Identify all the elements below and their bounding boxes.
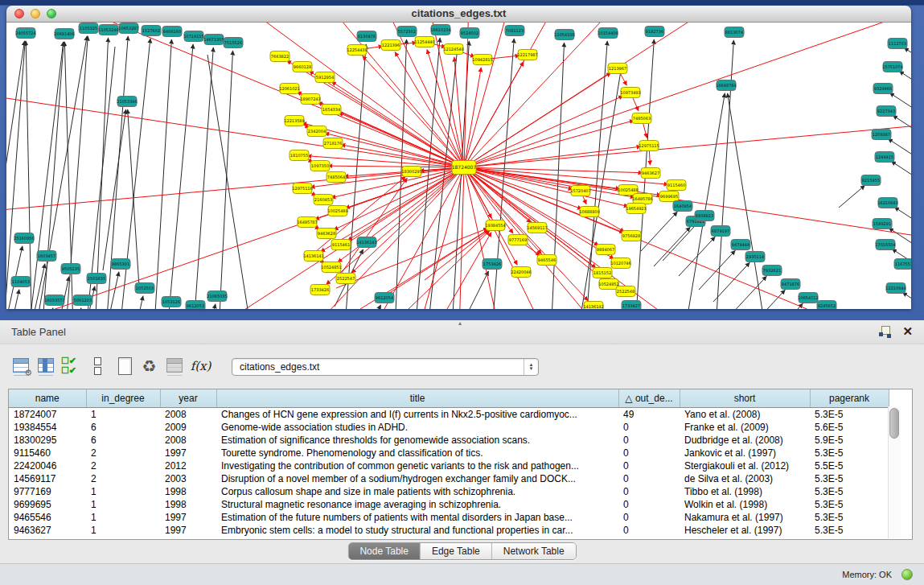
network-node[interactable]: 6879197 [711,226,730,237]
network-node[interactable]: 9756928 [622,231,641,241]
network-node[interactable]: 2522547 [336,274,355,284]
network-node[interactable]: 15751074 [882,62,902,72]
network-node[interactable]: 14136142 [583,302,603,310]
network-node[interactable]: 9865301 [111,259,130,270]
network-node[interactable]: 12061021 [279,84,299,94]
network-node[interactable]: 8130476 [357,31,376,42]
network-node[interactable]: 19654923 [626,204,646,214]
table-row[interactable]: 1938455462009Genome-wide association stu… [9,421,889,434]
network-node[interactable]: 16033577 [44,295,64,306]
zoom-window-button[interactable] [47,9,56,19]
network-node[interactable]: 2522548 [616,286,635,297]
network-node[interactable]: 10973493 [620,88,640,98]
network-node[interactable]: 8813074 [725,27,744,38]
table-row[interactable]: 1872400712008Changes of HCN gene express… [9,408,889,422]
network-node[interactable]: 12124549 [443,44,463,55]
float-panel-icon[interactable] [878,325,891,338]
network-node[interactable]: 18907243 [300,94,320,105]
network-node[interactable]: 1097350 [310,161,330,171]
network-node[interactable]: 1167553 [894,259,911,270]
network-node[interactable]: 10025489 [327,206,347,216]
network-node[interactable]: 1213967 [608,64,627,74]
network-node[interactable]: 10688809 [579,207,599,217]
network-node[interactable]: 18724007 [452,161,477,175]
network-node[interactable]: 2342004 [307,126,326,137]
network-node[interactable]: 10524851 [321,262,341,273]
network-node[interactable]: 10653287 [118,23,138,34]
network-node[interactable]: 12213589 [284,116,304,126]
network-node[interactable]: 2935114 [745,252,765,262]
network-node[interactable]: 2501635 [87,274,106,284]
network-node[interactable]: 1053126 [162,297,181,307]
function-builder-icon[interactable]: f(x) [190,356,211,377]
column-header-title[interactable]: title [216,389,618,408]
network-node[interactable]: 1221396 [381,40,400,51]
network-node[interactable]: 1104053 [11,277,31,287]
network-node[interactable]: 9474444 [731,240,750,250]
network-node[interactable]: 12254439 [347,45,367,56]
network-node[interactable]: 1209387 [872,130,891,140]
window-titlebar[interactable]: citations_edges.txt [6,6,911,23]
tab-edge-table[interactable]: Edge Table [420,543,491,559]
network-node[interactable]: 11054108 [554,30,574,40]
splitter-grip-icon[interactable]: ▴ [458,319,462,327]
column-header-name[interactable]: name [9,389,86,408]
network-node[interactable]: 22420046 [511,267,531,278]
network-node[interactable]: 14569117 [527,223,547,233]
network-node[interactable]: 7081123 [505,26,524,36]
network-node[interactable]: 9245652 [817,301,836,310]
network-node[interactable]: 9227343 [877,106,896,117]
network-node[interactable]: 20691406 [54,29,74,39]
network-node[interactable]: 9699695 [659,192,679,202]
network-node[interactable]: 5912954 [315,72,335,83]
show-columns-icon[interactable] [35,356,57,377]
select-all-icon[interactable]: ☐✔☐✔ [61,356,83,377]
clear-selection-icon[interactable] [87,356,109,377]
network-node[interactable]: 17016504 [875,240,895,250]
network-node[interactable]: 5572302 [397,27,417,37]
column-header-short[interactable]: short [680,389,810,408]
network-node[interactable]: 8215955 [861,175,881,186]
network-node[interactable]: 9463628 [317,229,336,239]
network-node[interactable]: 1733427 [622,301,641,310]
network-node[interactable]: 9465546 [537,255,556,266]
network-node[interactable]: 1753426 [483,259,502,270]
network-node[interactable]: 9660128 [293,62,312,72]
table-row[interactable]: 946554611997Estimation of the future num… [9,511,889,524]
network-node[interactable]: 10942815 [472,55,492,65]
scrollbar-thumb[interactable] [889,408,899,439]
network-node[interactable]: 9463627 [641,168,660,179]
table-row[interactable]: 969969511998Structural magnetic resonanc… [9,498,889,511]
network-node[interactable]: 9612053 [186,301,205,310]
network-node[interactable]: 11053246 [98,25,118,35]
network-node[interactable]: 12975115 [639,141,659,151]
network-node[interactable]: 1112703 [888,39,907,49]
table-selector-dropdown[interactable]: citations_edges.txt ▲▼ [232,358,539,376]
table-row[interactable]: 946362711997Embryonic stem cells: a mode… [9,524,889,537]
network-node[interactable]: 18300295 [401,167,421,177]
network-node[interactable]: 9182736 [645,27,664,37]
network-node[interactable]: 7663822 [270,51,290,62]
network-node[interactable]: 1105325 [79,23,98,34]
network-node[interactable]: 9524502 [460,28,479,39]
network-node[interactable]: 16210643 [877,198,897,208]
network-node[interactable]: 12975116 [292,183,312,194]
table-scrollbar[interactable] [888,406,901,538]
network-node[interactable]: 25160950 [14,233,34,244]
close-panel-icon[interactable]: ✕ [902,325,913,338]
network-node[interactable]: 9612054 [375,293,394,303]
network-node[interactable]: 16610234 [430,25,450,35]
network-node[interactable]: 7932621 [762,266,782,276]
network-node[interactable]: 1733426 [310,285,330,295]
network-node[interactable]: 2160453 [314,195,333,205]
column-header-in_degree[interactable]: in_degree [86,389,160,408]
network-node[interactable]: 7515526 [224,38,243,48]
network-node[interactable]: 16495787 [297,217,317,228]
network-node[interactable]: 8471876 [781,279,800,290]
network-node[interactable]: 1589291 [873,219,892,229]
network-node[interactable]: 16495786 [632,194,652,204]
table-row[interactable]: 1830029562008Estimation of significance … [9,434,889,447]
network-node[interactable]: 1244415 [875,152,894,163]
network-node[interactable]: 8938923 [695,211,714,221]
network-node[interactable]: 10719155 [183,31,203,42]
